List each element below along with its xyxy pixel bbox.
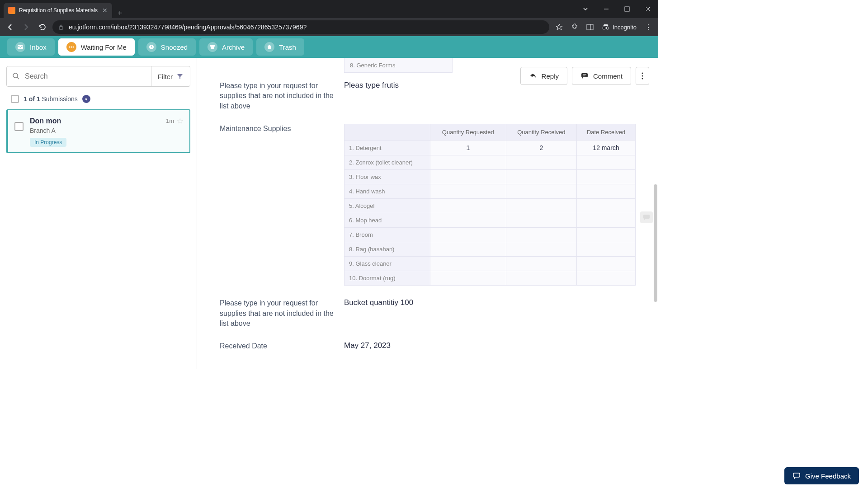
svg-point-10 [72, 47, 74, 48]
inline-comment-icon[interactable] [640, 211, 653, 223]
browser-tab[interactable]: Requisition of Supplies Materials ✕ [4, 3, 112, 18]
table-row: 6. Mop head [344, 213, 636, 228]
scrollbar[interactable] [653, 62, 657, 364]
reload-button[interactable] [36, 21, 49, 33]
received-date-value: May 27, 2023 [344, 341, 636, 350]
reply-button[interactable]: Reply [520, 67, 567, 85]
app-nav: Inbox Waiting For Me Snoozed Archive Tra… [0, 36, 658, 58]
search-input[interactable] [25, 72, 146, 80]
table-row: 7. Broom [344, 228, 636, 242]
status-badge: In Progress [30, 138, 66, 147]
sidepanel-icon[interactable] [584, 21, 596, 33]
tab-inbox[interactable]: Inbox [7, 38, 55, 56]
archive-icon [208, 42, 217, 52]
table-row: 2. Zonrox (toilet cleaner) [344, 155, 636, 170]
extra-request-label-2: Please type in your request for supplies… [220, 298, 335, 328]
extensions-icon[interactable] [568, 21, 581, 33]
svg-point-21 [642, 75, 643, 77]
window-controls [575, 0, 658, 18]
new-tab-button[interactable]: + [112, 9, 128, 18]
close-window-button[interactable] [637, 0, 658, 18]
kebab-icon [642, 72, 643, 80]
address-bar: eu.jotform.com/inbox/231393247798469/pen… [0, 18, 658, 36]
back-button[interactable] [4, 21, 16, 33]
lock-icon [58, 24, 64, 30]
bookmark-icon[interactable] [553, 21, 566, 33]
scroll-thumb[interactable] [654, 184, 657, 302]
generic-forms-cell: 8. Generic Forms [344, 58, 453, 73]
extra-request-label-1: Please type in your request for supplies… [220, 81, 335, 111]
maintenance-label: Maintenance Supplies [220, 124, 335, 134]
table-row: 4. Hand wash [344, 184, 636, 199]
sort-dropdown[interactable]: ▾ [82, 95, 90, 103]
table-header: Quantity Received [506, 124, 577, 141]
table-header [344, 124, 430, 141]
tab-trash[interactable]: Trash [256, 38, 304, 56]
reply-icon [529, 72, 537, 80]
table-row: 5. Alcogel [344, 199, 636, 213]
tab-archive[interactable]: Archive [199, 38, 253, 56]
submission-checkbox[interactable] [14, 122, 24, 131]
received-date-label: Received Date [220, 341, 335, 351]
svg-point-15 [13, 73, 18, 78]
svg-point-22 [642, 78, 643, 80]
svg-point-8 [69, 47, 70, 48]
table-header: Quantity Requested [430, 124, 506, 141]
svg-rect-7 [18, 45, 23, 49]
svg-point-5 [603, 27, 605, 29]
main-panel: Reply Comment 8. Generic Forms Please [197, 58, 658, 369]
table-row: 3. Floor wax [344, 170, 636, 184]
search-box [7, 66, 151, 86]
submission-card[interactable]: Don mon 1m ☆ Branch A In Progress [6, 109, 190, 153]
snoozed-icon [146, 42, 156, 52]
star-icon[interactable]: ☆ [177, 117, 183, 125]
svg-rect-1 [625, 7, 629, 11]
svg-rect-13 [211, 47, 214, 49]
submission-branch: Branch A [30, 127, 183, 134]
tab-search-icon[interactable] [575, 0, 596, 18]
submissions-count: 1 of 1 Submissions ▾ [6, 87, 190, 109]
tab-snoozed[interactable]: Snoozed [138, 38, 196, 56]
search-filter-row: Filter [6, 66, 190, 87]
svg-rect-3 [587, 24, 593, 30]
svg-point-20 [642, 73, 643, 74]
trash-icon [264, 42, 274, 52]
browser-menu-icon[interactable]: ⋮ [642, 21, 655, 33]
svg-rect-2 [59, 27, 63, 29]
main-toolbar: Reply Comment [520, 67, 649, 85]
inbox-icon [15, 42, 25, 52]
forward-button[interactable] [20, 21, 33, 33]
tab-close-icon[interactable]: ✕ [102, 7, 108, 14]
select-all-checkbox[interactable] [11, 95, 19, 103]
svg-point-9 [71, 47, 72, 48]
extra-request-value-2: Bucket quantitiy 100 [344, 298, 636, 307]
svg-rect-12 [210, 45, 215, 47]
svg-rect-17 [581, 73, 588, 77]
table-row: 1. Detergent1212 march [344, 141, 636, 155]
favicon [8, 7, 15, 14]
comment-icon [580, 72, 589, 80]
url-text: eu.jotform.com/inbox/231393247798469/pen… [69, 23, 307, 31]
maximize-button[interactable] [617, 0, 637, 18]
minimize-button[interactable] [596, 0, 617, 18]
svg-point-6 [606, 27, 609, 29]
submission-time: 1m [166, 117, 174, 124]
content-scroll[interactable]: 8. Generic Forms Please type in your req… [197, 58, 658, 369]
url-field[interactable]: eu.jotform.com/inbox/231393247798469/pen… [52, 20, 549, 34]
tab-waiting-for-me[interactable]: Waiting For Me [58, 38, 135, 56]
filter-button[interactable]: Filter [151, 66, 190, 86]
tab-title: Requisition of Supplies Materials [19, 7, 99, 14]
table-row: 10. Doormat (rug) [344, 271, 636, 286]
browser-tab-strip: Requisition of Supplies Materials ✕ + [0, 0, 658, 18]
svg-rect-14 [269, 45, 270, 46]
table-row: 9. Glass cleaner [344, 257, 636, 271]
comment-button[interactable]: Comment [572, 67, 631, 85]
maintenance-table: Quantity RequestedQuantity ReceivedDate … [344, 124, 636, 286]
waiting-icon [66, 42, 76, 52]
search-icon [12, 72, 20, 80]
incognito-badge[interactable]: Incognito [599, 23, 639, 31]
more-actions-button[interactable] [636, 67, 649, 85]
svg-line-16 [17, 77, 19, 79]
sidebar: Filter 1 of 1 Submissions ▾ Don mon 1m ☆… [0, 58, 197, 369]
submission-name: Don mon [30, 117, 61, 125]
